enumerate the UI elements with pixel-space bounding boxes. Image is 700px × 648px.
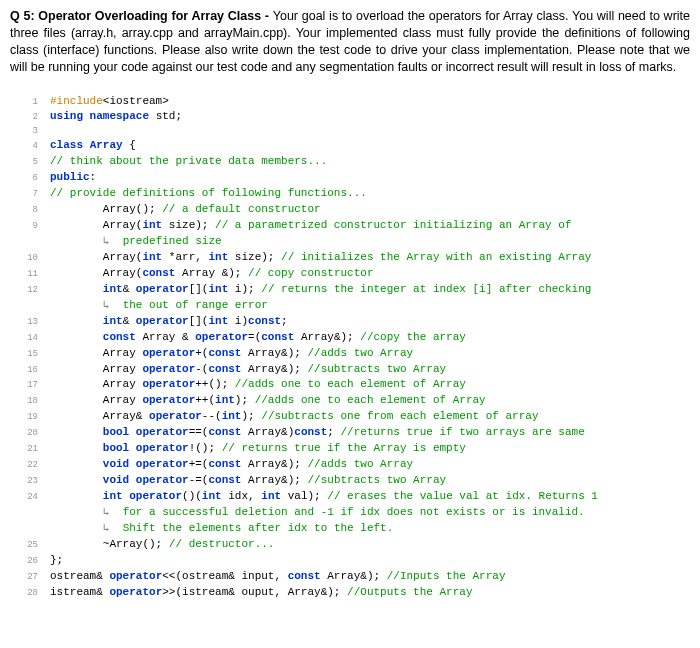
code-content: ~Array(); // destructor... xyxy=(50,537,274,553)
line-number: 4 xyxy=(16,140,38,153)
line-number: 3 xyxy=(16,125,38,138)
line-number: 11 xyxy=(16,268,38,281)
line-number: 21 xyxy=(16,443,38,456)
code-content: void operator-=(const Array&); //subtrac… xyxy=(50,473,446,489)
line-number: 17 xyxy=(16,379,38,392)
code-line: 2using namespace std; xyxy=(16,109,690,125)
line-number: 10 xyxy=(16,252,38,265)
code-line: ↳ for a successful deletion and -1 if id… xyxy=(16,505,690,521)
code-content: #include<iostream> xyxy=(50,94,169,110)
line-number: 19 xyxy=(16,411,38,424)
code-line: 14 const Array & operator=(const Array&)… xyxy=(16,330,690,346)
code-content: int& operator[](int i)const; xyxy=(50,314,288,330)
code-content: void operator+=(const Array&); //adds tw… xyxy=(50,457,413,473)
code-content: Array(const Array &); // copy constructo… xyxy=(50,266,373,282)
code-content: int& operator[](int i); // returns the i… xyxy=(50,282,591,298)
code-content: ↳ predefined size xyxy=(50,234,222,250)
code-content: using namespace std; xyxy=(50,109,182,125)
line-number: 6 xyxy=(16,172,38,185)
code-line: 9 Array(int size); // a parametrized con… xyxy=(16,218,690,234)
line-number: 23 xyxy=(16,475,38,488)
line-number: 9 xyxy=(16,220,38,233)
code-line: 28istream& operator>>(istream& ouput, Ar… xyxy=(16,585,690,601)
line-number: 14 xyxy=(16,332,38,345)
code-line: 25 ~Array(); // destructor... xyxy=(16,537,690,553)
line-number: 5 xyxy=(16,156,38,169)
line-number: 28 xyxy=(16,587,38,600)
line-number: 2 xyxy=(16,111,38,124)
code-line: 24 int operator()(int idx, int val); // … xyxy=(16,489,690,505)
code-content: int operator()(int idx, int val); // era… xyxy=(50,489,598,505)
code-line: 26}; xyxy=(16,553,690,569)
code-content: Array operator+(const Array&); //adds tw… xyxy=(50,346,413,362)
question-text: Q 5: Operator Overloading for Array Clas… xyxy=(10,8,690,76)
code-line: ↳ the out of range error xyxy=(16,298,690,314)
code-line: 4class Array { xyxy=(16,138,690,154)
code-content: const Array & operator=(const Array&); /… xyxy=(50,330,466,346)
code-line: ↳ Shift the elements after idx to the le… xyxy=(16,521,690,537)
code-line: 6public: xyxy=(16,170,690,186)
line-number: 8 xyxy=(16,204,38,217)
code-content: ↳ Shift the elements after idx to the le… xyxy=(50,521,393,537)
code-line: 5// think about the private data members… xyxy=(16,154,690,170)
code-line: 7// provide definitions of following fun… xyxy=(16,186,690,202)
code-line: 11 Array(const Array &); // copy constru… xyxy=(16,266,690,282)
code-content: }; xyxy=(50,553,63,569)
code-line: 3 xyxy=(16,125,690,138)
code-line: 19 Array& operator--(int); //subtracts o… xyxy=(16,409,690,425)
code-content: public: xyxy=(50,170,96,186)
line-number: 7 xyxy=(16,188,38,201)
code-line: 21 bool operator!(); // returns true if … xyxy=(16,441,690,457)
code-line: 16 Array operator-(const Array&); //subt… xyxy=(16,362,690,378)
code-content: Array& operator--(int); //subtracts one … xyxy=(50,409,539,425)
code-line: 23 void operator-=(const Array&); //subt… xyxy=(16,473,690,489)
code-line: 20 bool operator==(const Array&)const; /… xyxy=(16,425,690,441)
line-number: 15 xyxy=(16,348,38,361)
code-line: 15 Array operator+(const Array&); //adds… xyxy=(16,346,690,362)
code-content: istream& operator>>(istream& ouput, Arra… xyxy=(50,585,473,601)
code-line: 12 int& operator[](int i); // returns th… xyxy=(16,282,690,298)
code-line: 18 Array operator++(int); //adds one to … xyxy=(16,393,690,409)
line-number: 1 xyxy=(16,96,38,109)
code-content: Array(int *arr, int size); // initialize… xyxy=(50,250,591,266)
line-number: 16 xyxy=(16,364,38,377)
code-content: // provide definitions of following func… xyxy=(50,186,367,202)
code-line: 13 int& operator[](int i)const; xyxy=(16,314,690,330)
code-line: 22 void operator+=(const Array&); //adds… xyxy=(16,457,690,473)
code-content: bool operator!(); // returns true if the… xyxy=(50,441,466,457)
line-number: 18 xyxy=(16,395,38,408)
line-number: 26 xyxy=(16,555,38,568)
code-content: ↳ the out of range error xyxy=(50,298,268,314)
code-content: bool operator==(const Array&)const; //re… xyxy=(50,425,585,441)
code-content: ↳ for a successful deletion and -1 if id… xyxy=(50,505,585,521)
line-number: 20 xyxy=(16,427,38,440)
code-content: Array operator++(); //adds one to each e… xyxy=(50,377,466,393)
line-number: 27 xyxy=(16,571,38,584)
code-line: 27ostream& operator<<(ostream& input, co… xyxy=(16,569,690,585)
line-number: 13 xyxy=(16,316,38,329)
code-line: 17 Array operator++(); //adds one to eac… xyxy=(16,377,690,393)
line-number: 24 xyxy=(16,491,38,504)
code-content: Array(int size); // a parametrized const… xyxy=(50,218,572,234)
code-content: class Array { xyxy=(50,138,136,154)
line-number: 25 xyxy=(16,539,38,552)
code-line: 1#include<iostream> xyxy=(16,94,690,110)
code-content: Array(); // a default constructor xyxy=(50,202,321,218)
code-content: Array operator-(const Array&); //subtrac… xyxy=(50,362,446,378)
question-label: Q 5: Operator Overloading for Array Clas… xyxy=(10,9,273,23)
code-line: 8 Array(); // a default constructor xyxy=(16,202,690,218)
code-line: ↳ predefined size xyxy=(16,234,690,250)
line-number: 22 xyxy=(16,459,38,472)
code-content: // think about the private data members.… xyxy=(50,154,327,170)
code-content: Array operator++(int); //adds one to eac… xyxy=(50,393,486,409)
code-block: 1#include<iostream>2using namespace std;… xyxy=(10,90,690,605)
code-line: 10 Array(int *arr, int size); // initial… xyxy=(16,250,690,266)
code-content: ostream& operator<<(ostream& input, cons… xyxy=(50,569,506,585)
line-number: 12 xyxy=(16,284,38,297)
